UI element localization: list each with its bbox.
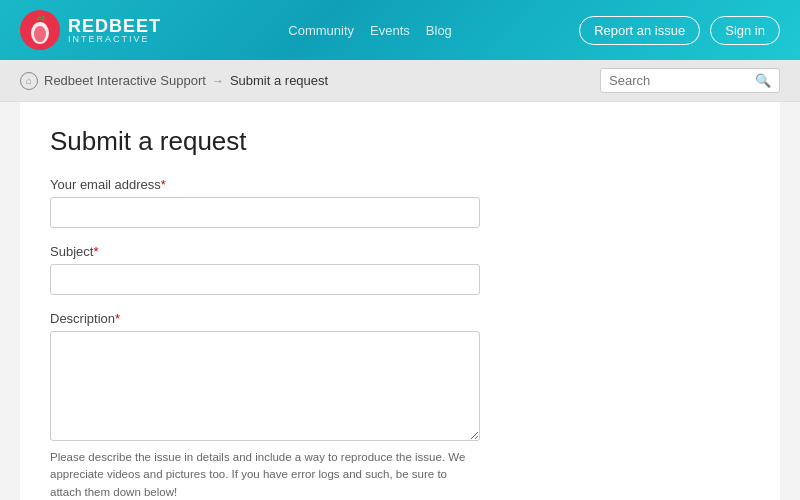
redbeet-logo-icon xyxy=(20,10,60,50)
header-buttons: Report an issue Sign in xyxy=(579,16,780,45)
header: REDBEET INTERACTIVE Community Events Blo… xyxy=(0,0,800,60)
sign-in-button[interactable]: Sign in xyxy=(710,16,780,45)
email-label: Your email address* xyxy=(50,177,750,192)
search-icon: 🔍 xyxy=(755,73,771,88)
breadcrumb-parent[interactable]: Redbeet Interactive Support xyxy=(44,73,206,88)
home-icon[interactable]: ⌂ xyxy=(20,72,38,90)
report-issue-button[interactable]: Report an issue xyxy=(579,16,700,45)
description-hint: Please describe the issue in details and… xyxy=(50,449,480,500)
description-label: Description* xyxy=(50,311,750,326)
svg-point-2 xyxy=(34,26,46,42)
logo-text: REDBEET INTERACTIVE xyxy=(68,17,161,44)
search-input[interactable] xyxy=(609,73,749,88)
breadcrumb-current: Submit a request xyxy=(230,73,328,88)
subject-input[interactable] xyxy=(50,264,480,295)
logo-brand-sub: INTERACTIVE xyxy=(68,35,161,44)
description-textarea[interactable] xyxy=(50,331,480,441)
subject-required: * xyxy=(93,244,98,259)
nav-blog[interactable]: Blog xyxy=(426,23,452,38)
header-nav: Community Events Blog xyxy=(288,23,452,38)
email-input[interactable] xyxy=(50,197,480,228)
logo-brand-name: REDBEET xyxy=(68,17,161,35)
description-required: * xyxy=(115,311,120,326)
breadcrumb-bar: ⌂ Redbeet Interactive Support → Submit a… xyxy=(0,60,800,102)
nav-events[interactable]: Events xyxy=(370,23,410,38)
description-group: Description* Please describe the issue i… xyxy=(50,311,750,500)
subject-label: Subject* xyxy=(50,244,750,259)
nav-community[interactable]: Community xyxy=(288,23,354,38)
page-title: Submit a request xyxy=(50,126,750,157)
main-content: Submit a request Your email address* Sub… xyxy=(20,102,780,500)
breadcrumb: ⌂ Redbeet Interactive Support → Submit a… xyxy=(20,72,328,90)
email-group: Your email address* xyxy=(50,177,750,228)
search-box: 🔍 xyxy=(600,68,780,93)
subject-group: Subject* xyxy=(50,244,750,295)
breadcrumb-separator: → xyxy=(212,74,224,88)
email-required: * xyxy=(161,177,166,192)
logo: REDBEET INTERACTIVE xyxy=(20,10,161,50)
